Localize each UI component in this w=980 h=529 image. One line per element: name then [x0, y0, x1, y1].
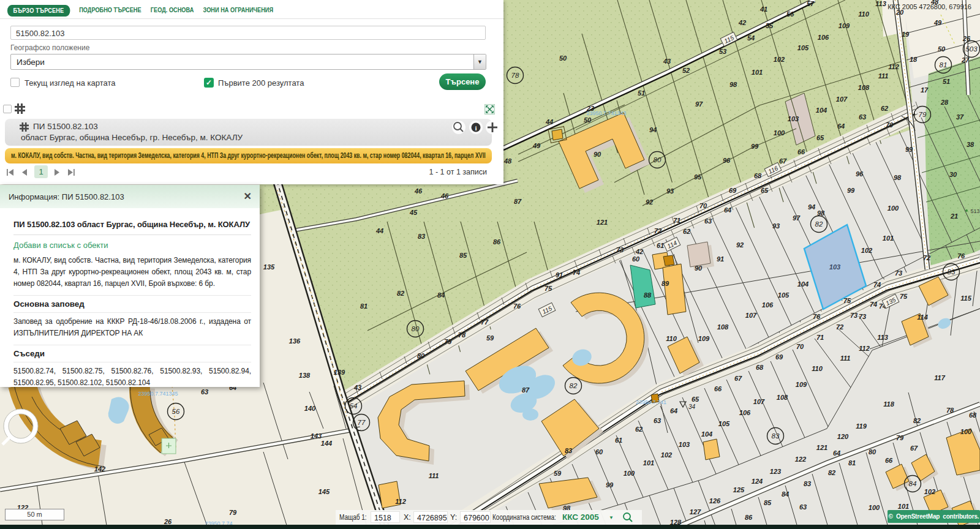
svg-text:23950.7.741345: 23950.7.741345 [138, 391, 178, 397]
svg-text:108: 108 [777, 394, 788, 401]
svg-text:83: 83 [804, 480, 811, 487]
svg-text:110: 110 [858, 10, 869, 18]
svg-text:87: 87 [522, 386, 530, 394]
svg-text:82: 82 [570, 382, 578, 389]
svg-text:140: 140 [304, 405, 316, 412]
svg-text:80: 80 [417, 352, 425, 359]
svg-text:78: 78 [946, 407, 954, 414]
svg-text:98: 98 [729, 81, 737, 88]
svg-text:92: 92 [736, 241, 744, 249]
svg-text:81: 81 [940, 61, 948, 69]
svg-text:513: 513 [970, 208, 979, 214]
svg-text:75: 75 [843, 297, 851, 304]
svg-text:139: 139 [334, 369, 345, 376]
svg-text:90: 90 [594, 151, 601, 158]
svg-text:104: 104 [701, 430, 712, 438]
svg-text:111: 111 [878, 72, 889, 80]
svg-text:91: 91 [556, 271, 563, 279]
svg-text:72: 72 [836, 323, 843, 331]
svg-text:51: 51 [943, 78, 950, 85]
svg-text:83: 83 [772, 432, 780, 440]
svg-text:88: 88 [644, 291, 652, 299]
svg-text:138: 138 [299, 372, 311, 379]
svg-text:110: 110 [666, 335, 677, 342]
svg-text:73: 73 [616, 246, 624, 253]
svg-text:112: 112 [888, 63, 899, 70]
svg-text:127: 127 [690, 508, 701, 516]
svg-text:100: 100 [888, 204, 899, 212]
svg-text:80: 80 [654, 156, 662, 163]
svg-text:503: 503 [965, 45, 978, 53]
svg-text:72: 72 [923, 254, 930, 261]
svg-text:68: 68 [756, 364, 764, 371]
svg-text:125: 125 [733, 486, 745, 493]
svg-text:99: 99 [847, 187, 855, 194]
svg-text:59: 59 [554, 470, 562, 477]
svg-text:83: 83 [565, 447, 572, 454]
svg-text:94: 94 [649, 126, 657, 133]
svg-text:50: 50 [938, 45, 946, 53]
svg-text:85: 85 [764, 499, 772, 506]
svg-text:65: 65 [816, 134, 824, 141]
svg-text:23950.7.741343: 23950.7.741343 [586, 110, 626, 116]
svg-text:34: 34 [688, 403, 696, 410]
svg-text:145: 145 [318, 488, 330, 495]
svg-text:90: 90 [695, 264, 703, 272]
svg-text:64: 64 [724, 206, 731, 214]
svg-text:106: 106 [762, 301, 774, 309]
svg-text:78: 78 [511, 72, 519, 79]
svg-text:104: 104 [797, 280, 809, 288]
svg-text:120: 120 [837, 433, 849, 440]
svg-text:68: 68 [754, 172, 762, 179]
svg-text:82: 82 [397, 290, 404, 297]
svg-text:66: 66 [797, 148, 805, 156]
svg-text:94: 94 [808, 203, 815, 211]
svg-text:73: 73 [859, 313, 866, 320]
svg-text:122: 122 [795, 456, 806, 463]
svg-text:65: 65 [692, 396, 699, 403]
svg-text:103: 103 [679, 441, 690, 448]
svg-text:102: 102 [774, 56, 785, 63]
svg-text:44: 44 [375, 227, 383, 234]
svg-text:112: 112 [859, 345, 870, 352]
svg-text:107: 107 [745, 312, 757, 319]
svg-text:96: 96 [856, 170, 864, 178]
svg-text:106: 106 [739, 409, 751, 416]
svg-text:66: 66 [885, 457, 893, 464]
svg-text:105: 105 [718, 420, 730, 427]
svg-text:77: 77 [481, 318, 489, 326]
svg-text:50: 50 [584, 116, 592, 124]
svg-text:79: 79 [919, 111, 927, 118]
svg-text:83: 83 [418, 233, 425, 240]
svg-text:123: 123 [770, 468, 781, 475]
svg-text:84: 84 [437, 291, 445, 299]
svg-text:113: 113 [877, 334, 888, 341]
svg-text:30: 30 [949, 171, 957, 178]
svg-text:i: i [475, 124, 477, 132]
svg-text:54: 54 [350, 402, 358, 410]
svg-text:142: 142 [94, 465, 105, 473]
svg-text:81: 81 [848, 459, 856, 467]
svg-text:42: 42 [738, 19, 746, 26]
svg-text:102: 102 [924, 488, 935, 495]
svg-text:60: 60 [595, 448, 603, 456]
svg-text:82: 82 [815, 220, 823, 228]
svg-text:71: 71 [673, 217, 680, 224]
svg-text:96: 96 [723, 157, 731, 164]
svg-text:113: 113 [875, 0, 886, 7]
svg-text:52: 52 [682, 67, 690, 74]
svg-text:63: 63 [859, 113, 866, 121]
svg-text:55: 55 [766, 22, 774, 29]
svg-text:54: 54 [747, 34, 755, 42]
svg-text:49: 49 [532, 142, 541, 149]
svg-text:109: 109 [839, 22, 850, 29]
svg-text:144: 144 [321, 440, 332, 447]
svg-text:63: 63 [201, 388, 208, 396]
svg-text:ККС 2005 4726800, 679916: ККС 2005 4726800, 679916 [888, 3, 971, 10]
svg-text:21: 21 [950, 212, 958, 220]
svg-text:28: 28 [940, 99, 949, 106]
svg-text:53: 53 [719, 48, 726, 55]
svg-text:126: 126 [709, 497, 721, 505]
svg-text:77: 77 [358, 419, 366, 426]
svg-text:60: 60 [632, 255, 640, 263]
